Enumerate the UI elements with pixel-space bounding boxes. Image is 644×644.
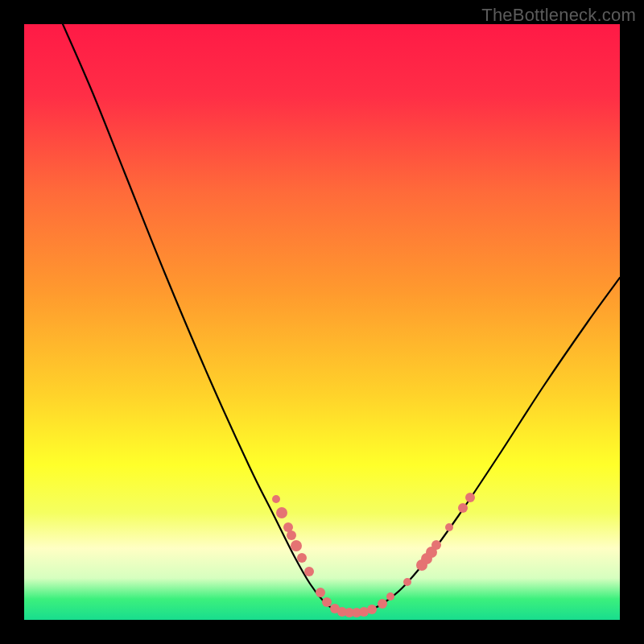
data-marker (291, 540, 302, 551)
data-marker (386, 592, 394, 601)
data-marker (322, 597, 332, 607)
watermark-text: TheBottleneck.com (481, 5, 636, 26)
data-markers (272, 493, 475, 617)
data-marker (287, 530, 296, 540)
bottleneck-chart (24, 24, 620, 620)
bottleneck-curve (63, 24, 620, 613)
data-marker (378, 599, 387, 609)
chart-frame (24, 24, 620, 620)
data-marker (458, 503, 468, 513)
data-marker (297, 553, 307, 563)
data-marker (304, 567, 314, 576)
data-marker (367, 605, 377, 614)
data-marker (465, 493, 475, 502)
data-marker (272, 495, 280, 503)
data-marker (316, 588, 325, 597)
data-marker (431, 540, 441, 550)
data-marker (445, 523, 453, 531)
data-marker (276, 507, 287, 518)
data-marker (403, 578, 411, 586)
